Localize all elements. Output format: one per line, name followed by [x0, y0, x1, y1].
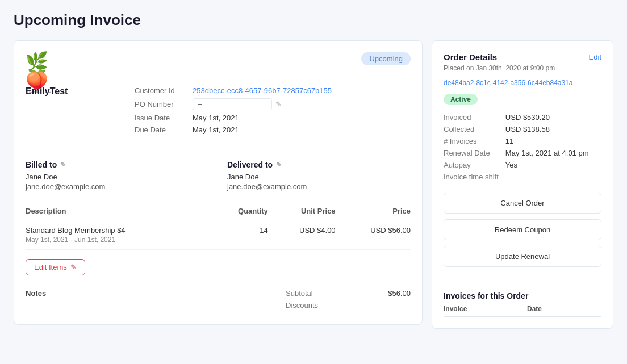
notes-value: –: [26, 301, 267, 309]
subtotal-label: Subtotal: [286, 289, 313, 298]
invoice-time-shift-label: Invoice time shift: [444, 173, 499, 181]
invoice-panel: 🌿🍑 EMILYTEST Upcoming EmilyTest Customer…: [14, 40, 423, 325]
issue-date-value: May 1st, 2021: [193, 114, 239, 122]
billed-to-email: jane.doe@example.com: [26, 182, 209, 191]
order-panel: Order Details Edit Placed on Jan 30th, 2…: [432, 40, 613, 329]
redeem-coupon-button[interactable]: Redeem Coupon: [444, 219, 601, 240]
po-edit-icon[interactable]: ✎: [275, 100, 282, 108]
billed-to-col: Billed to ✎ Jane Doe jane.doe@example.co…: [26, 160, 209, 191]
page-container: Upcoming Invoice 🌿🍑 EMILYTEST Upcoming E…: [0, 0, 627, 340]
billed-to-edit-icon[interactable]: ✎: [60, 161, 66, 169]
col-price: Price: [336, 202, 411, 220]
due-date-row: Due Date May 1st, 2021: [135, 125, 411, 134]
renewal-date-label: Renewal Date: [444, 149, 499, 157]
company-logo: 🌿🍑 EMILYTEST: [26, 52, 57, 77]
customer-id-row: Customer Id 253dbecc-ecc8-4657-96b7-7285…: [135, 86, 411, 95]
logo-icon: 🌿🍑: [26, 52, 57, 89]
order-details-grid: Invoiced USD $530.20 Collected USD $138.…: [444, 113, 601, 181]
invoices-section-title: Invoices for this Order: [444, 291, 601, 300]
delivered-to-label: Delivered to: [227, 160, 273, 169]
order-placed-date: Placed on Jan 30th, 2020 at 9:00 pm: [444, 64, 601, 72]
delivered-to-title: Delivered to ✎: [227, 160, 411, 169]
collected-label: Collected: [444, 125, 499, 133]
autopay-label: Autopay: [444, 161, 499, 169]
autopay-value: Yes: [505, 161, 601, 169]
due-date-label: Due Date: [135, 125, 186, 134]
due-date-value: May 1st, 2021: [193, 125, 239, 134]
delivered-to-col: Delivered to ✎ Jane Doe jane.doe@example…: [227, 160, 411, 191]
customer-id-label: Customer Id: [135, 86, 186, 95]
po-number-input[interactable]: [193, 98, 272, 110]
billed-to-title: Billed to ✎: [26, 160, 209, 169]
invoiced-value: USD $530.20: [505, 113, 601, 122]
invoices-col-invoice: Invoice: [444, 305, 518, 313]
po-input-area: ✎: [193, 98, 282, 110]
main-layout: 🌿🍑 EMILYTEST Upcoming EmilyTest Customer…: [14, 40, 613, 329]
renewal-date-value: May 1st, 2021 at 4:01 pm: [505, 149, 601, 157]
notes-col: Notes –: [26, 289, 267, 313]
page-title: Upcoming Invoice: [14, 11, 613, 29]
invoice-time-shift-value: [505, 173, 601, 181]
panel-divider: [444, 282, 601, 282]
order-title: Order Details: [444, 52, 497, 62]
delivered-to-name: Jane Doe: [227, 173, 411, 181]
billing-section: Billed to ✎ Jane Doe jane.doe@example.co…: [26, 151, 411, 191]
billed-to-label: Billed to: [26, 160, 57, 169]
invoiced-label: Invoiced: [444, 113, 499, 122]
item-description: Standard Blog Membership $4 May 1st, 202…: [26, 220, 212, 250]
item-quantity: 14: [212, 220, 268, 250]
customer-id-value[interactable]: 253dbecc-ecc8-4657-96b7-72857c67b155: [193, 86, 332, 95]
upcoming-badge: Upcoming: [361, 52, 411, 65]
delivered-to-email: jane.doe@example.com: [227, 182, 411, 191]
invoice-header: EmilyTest Customer Id 253dbecc-ecc8-4657…: [26, 86, 411, 137]
invoice-top: 🌿🍑 EMILYTEST Upcoming: [26, 52, 411, 77]
order-uuid[interactable]: de484ba2-8c1c-4142-a356-6c44eb84a31a: [444, 79, 601, 87]
issue-date-label: Issue Date: [135, 114, 186, 122]
subtotal-value: $56.00: [388, 289, 411, 298]
subtotal-row: Subtotal $56.00: [286, 289, 411, 298]
totals-col: Subtotal $56.00 Discounts –: [286, 289, 411, 313]
items-table: Description Quantity Unit Price Price St…: [26, 202, 411, 250]
company-name: EmilyTest: [26, 86, 116, 137]
notes-label: Notes: [26, 289, 267, 298]
discounts-label: Discounts: [286, 301, 318, 309]
order-panel-header: Order Details Edit: [444, 52, 601, 62]
num-invoices-value: 11: [505, 137, 601, 145]
delivered-to-edit-icon[interactable]: ✎: [276, 161, 282, 169]
bottom-section: Notes – Subtotal $56.00 Discounts –: [26, 289, 411, 313]
edit-items-button[interactable]: Edit Items ✎: [26, 259, 85, 275]
discounts-value: –: [407, 301, 411, 309]
invoices-table-header: Invoice Date: [444, 305, 601, 317]
collected-value: USD $138.58: [505, 125, 601, 133]
edit-items-icon: ✎: [70, 263, 77, 271]
col-unit-price: Unit Price: [268, 202, 336, 220]
col-quantity: Quantity: [212, 202, 268, 220]
num-invoices-label: # Invoices: [444, 137, 499, 145]
discounts-row: Discounts –: [286, 301, 411, 309]
issue-date-row: Issue Date May 1st, 2021: [135, 114, 411, 122]
edit-items-label: Edit Items: [34, 263, 67, 271]
table-row: Standard Blog Membership $4 May 1st, 202…: [26, 220, 411, 250]
billed-to-name: Jane Doe: [26, 173, 209, 181]
invoice-meta: Customer Id 253dbecc-ecc8-4657-96b7-7285…: [135, 86, 411, 137]
col-description: Description: [26, 202, 212, 220]
po-number-row: PO Number ✎: [135, 98, 411, 110]
po-number-label: PO Number: [135, 100, 186, 108]
active-badge: Active: [444, 94, 478, 105]
order-edit-link[interactable]: Edit: [589, 53, 601, 61]
update-renewal-button[interactable]: Update Renewal: [444, 246, 601, 267]
item-price: USD $56.00: [336, 220, 411, 250]
item-unit-price: USD $4.00: [268, 220, 336, 250]
invoices-col-date: Date: [527, 305, 601, 313]
cancel-order-button[interactable]: Cancel Order: [444, 193, 601, 214]
